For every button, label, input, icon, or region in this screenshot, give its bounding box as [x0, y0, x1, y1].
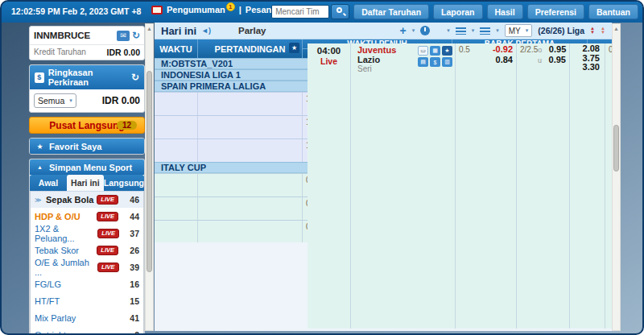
clock-datetime: 12:02:59 PM Feb 2, 2023 GMT +8: [11, 6, 141, 16]
sidebar-item-mix-parlay[interactable]: Mix Parlay41: [31, 309, 143, 326]
hdp-line: 0.5-0.92: [459, 44, 513, 55]
star-icon[interactable]: ★: [442, 46, 452, 56]
scrollbar-thumb[interactable]: [147, 71, 152, 272]
list-add-icon[interactable]: [456, 27, 466, 35]
scroll-up-icon[interactable]: ▲: [146, 24, 153, 33]
main-scrollbar[interactable]: ▲: [612, 23, 621, 331]
time-cell: [155, 93, 198, 115]
speaker-icon[interactable]: ◄): [201, 27, 211, 35]
time-cell: [155, 174, 198, 196]
sort-icon[interactable]: ▲▼: [601, 27, 605, 35]
sidebar-item-ht-ft[interactable]: HT/FT15: [31, 292, 143, 309]
sidebar-item-label: HT/FT: [35, 296, 60, 306]
favorites-header[interactable]: ★ Favorit Saya: [30, 139, 144, 154]
live-center-count: 12: [117, 121, 137, 130]
nav-button-daftar-taruhan[interactable]: Daftar Taruhan: [353, 4, 429, 19]
tab-awal[interactable]: Awal: [30, 175, 67, 191]
scrollbar-thumb[interactable]: [613, 125, 619, 172]
parlay-tab[interactable]: Parlay: [238, 26, 266, 35]
chevron-down-icon[interactable]: ▾: [472, 27, 475, 34]
tab-hari-ini[interactable]: Hari ini: [67, 175, 104, 191]
announcement-link[interactable]: Pengumuman: [167, 5, 225, 14]
odds-value[interactable]: 0.95: [542, 55, 566, 64]
chevron-down-icon[interactable]: ▾: [447, 27, 450, 34]
nav-button-hasil[interactable]: Hasil: [487, 4, 523, 19]
stats-icon[interactable]: ▥: [442, 57, 452, 67]
chevron-down-icon[interactable]: ▾: [496, 27, 499, 34]
live-badge: LIVE: [97, 246, 118, 255]
chart-icon[interactable]: ▤: [418, 57, 428, 67]
tv-icon[interactable]: ▭: [418, 46, 428, 56]
odds-value[interactable]: 3.30: [573, 63, 600, 72]
odds-value[interactable]: 0.95: [542, 44, 566, 54]
clock-icon[interactable]: [420, 26, 430, 35]
refresh-icon[interactable]: ↻: [132, 30, 140, 41]
chevron-down-icon[interactable]: ▾: [412, 27, 415, 34]
sidebar-item-fg-lg[interactable]: FG/LG16: [31, 275, 143, 292]
sidebar-item-1x2-peluang-[interactable]: 1X2 & Peluang...LIVE37: [31, 225, 143, 242]
odds-value[interactable]: 0.84: [496, 55, 513, 64]
match-time: 04:00: [311, 46, 347, 56]
odds-value[interactable]: -0.92: [493, 44, 513, 54]
match-block: 04:00LiveJuventusLazioSeri▭▦★▤$▥0.5-0.92…: [155, 173, 612, 242]
sort-icon[interactable]: ▲▼: [590, 27, 595, 35]
tab-langsung[interactable]: Langsung: [104, 175, 144, 191]
sidebar-tabs: AwalHari iniLangsung: [30, 175, 144, 191]
match-cell: [198, 93, 303, 115]
match-count: 26: [123, 246, 139, 255]
search-button[interactable]: [331, 4, 349, 19]
sports-list: ≫Sepak BolaLIVE46HDP & O/ULIVE441X2 & Pe…: [30, 191, 144, 333]
sidebar-item-sepak-bola[interactable]: ≫Sepak BolaLIVE46: [31, 191, 143, 208]
chevron-down-icon: ▾: [526, 27, 529, 34]
live-badge: LIVE: [97, 263, 119, 272]
grid-icon[interactable]: ▦: [430, 46, 440, 56]
sport-menu-panel: ▲ Simpan Menu Sport AwalHari iniLangsung…: [29, 159, 145, 333]
double-chevron-icon: ≫: [35, 196, 43, 204]
sidebar-item-tebak-skor[interactable]: Tebak SkorLIVE26: [31, 242, 143, 258]
live-center-button[interactable]: Pusat Langsung 12: [29, 117, 145, 134]
add-icon[interactable]: +: [400, 24, 407, 37]
hdp-line: 0.84: [459, 55, 513, 64]
star-icon: ★: [35, 141, 45, 151]
summary-filter-select[interactable]: Semua▾: [34, 93, 76, 108]
hdp-cell: 0/0.5-0.850.73: [605, 43, 612, 329]
sidebar-scrollbar[interactable]: ▲: [145, 23, 154, 331]
match-icons: ▭▦★▤$▥: [418, 46, 452, 67]
match-count: 39: [124, 263, 139, 272]
sport-menu-header[interactable]: ▲ Simpan Menu Sport: [30, 159, 144, 175]
nav-button-laporan[interactable]: Laporan: [433, 4, 482, 19]
credit-value: IDR 0.00: [107, 48, 140, 57]
odds-value[interactable]: 2.08: [573, 44, 600, 54]
match-count: 37: [124, 229, 139, 238]
announcement-count-badge: 1: [226, 2, 235, 11]
list-view-icon[interactable]: [480, 27, 490, 35]
summary-title: Ringkasan Perkiraan: [48, 68, 127, 87]
sidebar-item-o-e-jumlah-[interactable]: O/E & Jumlah ...LIVE39: [31, 258, 143, 275]
account-panel: INNMBRUCE ✉ ↻ Kredit Taruhan IDR 0.00: [29, 26, 145, 60]
time-cell: [155, 221, 198, 242]
sidebar-item-hdp-o-u[interactable]: HDP & O/ULIVE44: [31, 208, 143, 225]
chevron-down-icon: ▾: [69, 97, 72, 104]
odds-format-select[interactable]: MY▾: [505, 24, 533, 37]
live-badge: LIVE: [97, 229, 119, 238]
sidebar-item-label: O/E & Jumlah ...: [35, 258, 97, 277]
mail-icon[interactable]: ✉: [117, 31, 130, 41]
match-count: 15: [123, 296, 139, 306]
match-count: 46: [123, 195, 139, 205]
sidebar-item-label: Tebak Skor: [35, 246, 79, 255]
main-toolbar: Hari ini ◄) Parlay + ▾ ▾ ▾ ▾ MY▾ (26/26)…: [155, 23, 612, 39]
refresh-icon[interactable]: ↻: [131, 72, 139, 83]
nav-button-preferensi[interactable]: Preferensi: [527, 4, 584, 19]
scroll-up-icon[interactable]: ▲: [613, 24, 620, 33]
sidebar-item-outright[interactable]: Outright2: [31, 326, 143, 333]
time-cell: [155, 116, 198, 139]
nav-button-bantuan[interactable]: Bantuan: [588, 4, 638, 19]
hdp-cell: 0.5-0.920.84: [456, 43, 517, 329]
app-window: 12:02:59 PM Feb 2, 2023 GMT +8 Pengumuma…: [0, 0, 644, 335]
star-icon[interactable]: ★: [289, 43, 299, 53]
ou-line: u0.95: [520, 55, 566, 65]
sidebar-item-label: Outright: [35, 330, 66, 334]
dollar-icon[interactable]: $: [430, 57, 440, 67]
search-input[interactable]: [271, 5, 329, 19]
summary-value: IDR 0.00: [102, 95, 140, 106]
